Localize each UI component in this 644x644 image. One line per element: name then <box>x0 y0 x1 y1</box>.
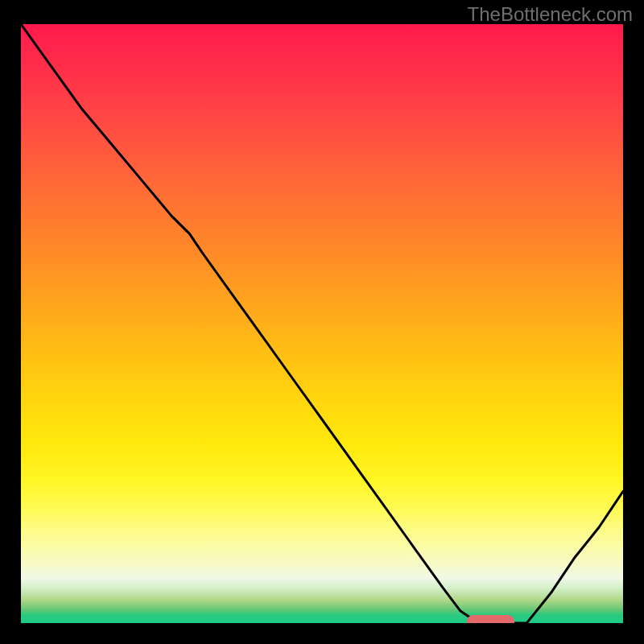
curve-svg <box>21 24 623 623</box>
minimum-marker <box>467 615 515 623</box>
watermark-text: TheBottleneck.com <box>468 3 633 26</box>
chart-frame: TheBottleneck.com <box>0 0 644 644</box>
curve-path <box>21 24 623 623</box>
plot-area <box>21 24 623 623</box>
